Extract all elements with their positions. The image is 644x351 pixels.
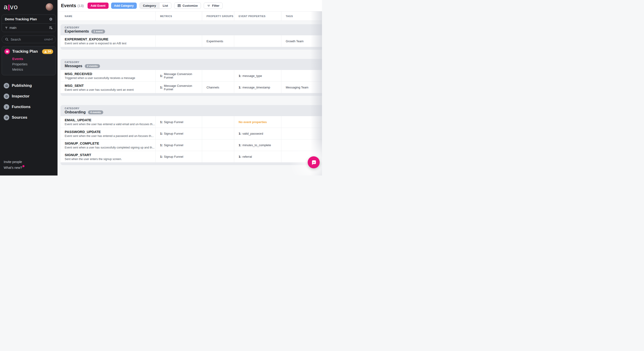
- customize-label: Customize: [182, 4, 198, 8]
- tags-cell: [281, 70, 322, 82]
- category-name: Experiements: [65, 29, 89, 34]
- category-event-count-badge: 4 events: [88, 110, 103, 114]
- metrics-cell: 1:Message Conversion Funnel: [156, 82, 202, 93]
- event-description: Event sent when a user is exposed to an …: [65, 42, 126, 45]
- event-properties-cell: [234, 35, 281, 47]
- issues-count: 34: [48, 50, 51, 53]
- category-name: Messages: [65, 64, 82, 68]
- add-branch-icon[interactable]: [49, 26, 53, 30]
- sources-label: Sources: [12, 115, 27, 120]
- avo-logo[interactable]: a vo: [4, 3, 18, 11]
- category-section-messages: Category Messages 2 events MSG_RECEIVED …: [60, 59, 322, 96]
- search-input[interactable]: Search cmd+f: [2, 36, 56, 43]
- event-properties-cell: 1:valid_password: [234, 128, 281, 139]
- sidebar-item-functions[interactable]: Functions: [0, 102, 58, 112]
- tracking-plan-label: Tracking Plan: [12, 49, 42, 54]
- property-groups-cell: Channels: [202, 82, 234, 93]
- avo-app: a vo Demo Tracking Plan main: [0, 0, 322, 176]
- metrics-cell: 1:Signup Funnel: [156, 151, 202, 162]
- property-groups-cell: [202, 70, 234, 82]
- no-event-properties-warning: No event properties: [238, 120, 267, 124]
- filter-button[interactable]: Filter: [204, 2, 223, 9]
- sidebar-item-sources[interactable]: Sources: [0, 112, 58, 123]
- branch-row[interactable]: main: [2, 23, 56, 32]
- invite-people-link[interactable]: Invite people: [4, 159, 22, 165]
- tracking-plan-card: Tracking Plan 34 Events Properties Metri…: [2, 46, 56, 75]
- event-row-signup-complete[interactable]: SIGNUP_COMPLETE Event sent when a user h…: [60, 139, 322, 151]
- sidebar-item-properties[interactable]: Properties: [12, 62, 53, 67]
- functions-label: Functions: [12, 104, 30, 109]
- filter-icon: [207, 4, 210, 8]
- tags-cell: [281, 116, 322, 128]
- event-name: SIGNUP_COMPLETE: [65, 141, 99, 145]
- category-kicker: Category: [65, 26, 322, 29]
- metrics-cell: 1:Signup Funnel: [156, 140, 202, 151]
- category-header[interactable]: Category Experiements 1 event: [60, 24, 322, 35]
- category-kicker: Category: [65, 107, 322, 110]
- event-row-msg-received[interactable]: MSG_RECEIVED Triggered when a user succe…: [60, 70, 322, 82]
- add-category-button[interactable]: Add Category: [111, 2, 137, 9]
- source-connection-icon: [4, 115, 9, 120]
- search-shortcut: cmd+f: [44, 38, 52, 41]
- add-event-button[interactable]: Add Event: [88, 2, 108, 9]
- event-properties-cell: 1:referral: [234, 151, 281, 162]
- sidebar-item-events[interactable]: Events: [12, 56, 53, 62]
- category-header[interactable]: Category Onboarding 4 events: [60, 105, 322, 116]
- column-header-tags: Tags: [281, 12, 322, 20]
- tags-cell: [281, 128, 322, 139]
- category-footer-strip: [60, 93, 322, 96]
- view-toggle: Category List: [140, 2, 172, 9]
- category-header[interactable]: Category Messages 2 events: [60, 59, 322, 70]
- search-icon: [5, 38, 8, 41]
- whats-new-link[interactable]: What's new?: [4, 165, 22, 171]
- event-properties-cell: 1:message_timestamp: [234, 82, 281, 93]
- property-groups-cell: [202, 140, 234, 151]
- event-properties-cell: 1:message_type: [234, 70, 281, 82]
- sidebar-footer: Invite people What's new?: [0, 159, 58, 176]
- column-header-event-properties: Event Properties: [234, 12, 281, 20]
- property-groups-cell: [202, 128, 234, 139]
- customize-button[interactable]: Customize: [174, 2, 201, 9]
- tracking-plan-subnav: Events Properties Metrics: [12, 56, 53, 72]
- event-description: Event sent when the user has entered a v…: [65, 122, 155, 126]
- sidebar-item-metrics[interactable]: Metrics: [12, 67, 53, 72]
- sidebar-item-inspector[interactable]: Inspector: [0, 91, 58, 102]
- event-name: PASSWORD_UPDATE: [65, 130, 101, 134]
- category-event-count-badge: 1 event: [91, 30, 105, 34]
- chat-bubble-icon: [311, 159, 317, 166]
- event-row-signup-start[interactable]: SIGNUP_START Sent when the user enters t…: [60, 151, 322, 162]
- category-footer-strip: [60, 47, 322, 50]
- warning-icon: [44, 50, 47, 53]
- event-description: Event sent when a user has successfully …: [65, 88, 134, 92]
- event-name: EMAIL_UPDATE: [65, 118, 92, 122]
- event-row-email-update[interactable]: EMAIL_UPDATE Event sent when the user ha…: [60, 116, 322, 128]
- sidebar: a vo Demo Tracking Plan main: [0, 0, 58, 176]
- issues-badge[interactable]: 34: [42, 49, 53, 54]
- category-kicker: Category: [65, 61, 322, 64]
- workspace-row[interactable]: Demo Tracking Plan: [2, 15, 56, 23]
- event-row-password-update[interactable]: PASSWORD_UPDATE Event sent when the user…: [60, 128, 322, 139]
- logo-letters-vo: vo: [10, 3, 18, 11]
- event-description: Event sent when a user has successfully …: [65, 146, 154, 149]
- metrics-cell: [156, 35, 202, 47]
- page-title: Events: [61, 3, 76, 8]
- metrics-cell: 1:Message Conversion Funnel: [156, 70, 202, 82]
- event-properties-cell: 1:minutes_to_complete: [234, 140, 281, 151]
- event-name: SIGNUP_START: [65, 153, 91, 157]
- view-toggle-category[interactable]: Category: [140, 3, 160, 8]
- column-header-name: Name: [58, 12, 156, 20]
- event-properties-cell: No event properties: [234, 116, 281, 128]
- sidebar-item-tracking-plan[interactable]: Tracking Plan 34: [4, 49, 53, 54]
- chevron-right-icon: [4, 104, 9, 110]
- user-avatar[interactable]: [46, 3, 53, 11]
- gear-icon[interactable]: [49, 17, 53, 21]
- sidebar-item-publishing[interactable]: Publishing: [0, 80, 58, 91]
- tags-cell: Messaging Team: [281, 82, 322, 93]
- chat-button[interactable]: [308, 156, 320, 168]
- main-content: Events (13) Add Event Add Category Categ…: [58, 0, 322, 176]
- view-toggle-list[interactable]: List: [160, 3, 171, 8]
- event-row-msg-sent[interactable]: MSG_SENT Event sent when a user has succ…: [60, 82, 322, 93]
- branch-icon: [5, 26, 8, 29]
- workspace-name: Demo Tracking Plan: [5, 17, 49, 21]
- event-row-experiment-exposure[interactable]: EXPERIMENT_EXPOSURE Event sent when a us…: [60, 35, 322, 47]
